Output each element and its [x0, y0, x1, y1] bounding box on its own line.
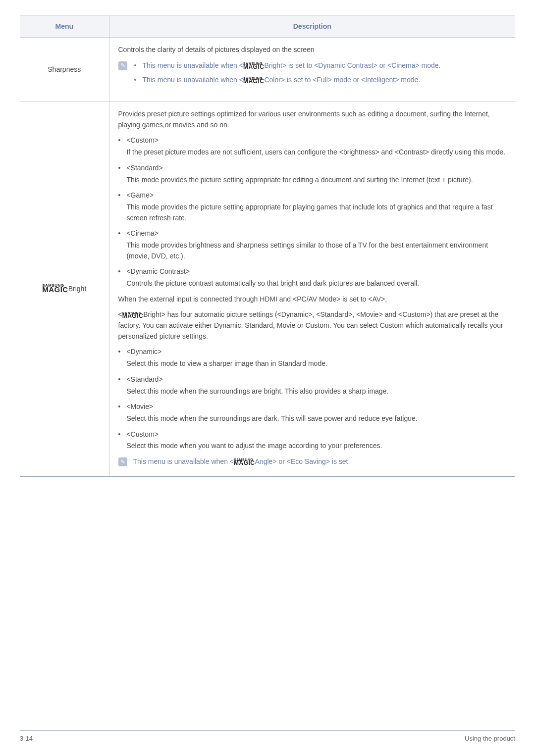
description-cell-magic-bright: Provides preset picture settings optimiz…: [109, 102, 515, 477]
note-icon: ✎: [118, 61, 127, 70]
mode-body: This mode provides the picture setting a…: [126, 175, 506, 186]
bullet-icon: •: [118, 266, 121, 289]
bullet-icon: •: [118, 402, 121, 424]
header-menu: Menu: [20, 15, 109, 38]
bullet-icon: •: [118, 228, 121, 261]
list-item: •<Standard> This mode provides the pictu…: [118, 163, 507, 185]
samsung-magic-logo: SAMSUNGMAGIC: [122, 312, 144, 319]
note-block: ✎ • This menu is unavailable when <SAMSU…: [118, 60, 507, 90]
note-inline: ✎ This menu is unavailable when <SAMSUNG…: [118, 456, 507, 467]
mode-body: Select this mode to view a sharper image…: [126, 358, 506, 369]
mode-body: If the preset picture modes are not suff…: [126, 147, 506, 158]
samsung-magic-logo: SAMSUNGMAGIC: [42, 284, 68, 293]
mode-title: <Dynamic>: [126, 347, 506, 357]
table-row: Sharpness Controls the clarity of detail…: [20, 38, 515, 102]
footer-section-title: Using the product: [465, 735, 515, 742]
samsung-magic-logo: SAMSUNGMAGIC: [243, 77, 265, 84]
note-item: • This menu is unavailable when <SAMSUNG…: [134, 75, 441, 86]
mode-list-2: •<Dynamic>Select this mode to view a sha…: [118, 347, 507, 452]
note-list: • This menu is unavailable when <SAMSUNG…: [134, 60, 441, 90]
list-item: •<Dynamic Contrast>Controls the picture …: [118, 266, 507, 289]
menu-label-magic-bright: SAMSUNGMAGICBright: [20, 102, 109, 477]
bullet-icon: •: [118, 135, 121, 157]
magic-bright-intro: Provides preset picture settings optimiz…: [118, 109, 507, 130]
mode-body: This mode provides brightness and sharpn…: [126, 240, 506, 261]
list-item: •<Custom>If the preset picture modes are…: [118, 135, 507, 157]
list-item: •<Custom>Select this mode when you want …: [118, 429, 507, 452]
mode-body: Select this mode when you want to adjust…: [126, 441, 506, 452]
table-row: SAMSUNGMAGICBright Provides preset pictu…: [20, 102, 515, 477]
table-header-row: Menu Description: [20, 15, 515, 38]
mode-body: This mode provides the picture setting a…: [126, 202, 506, 223]
mode-list-1: •<Custom>If the preset picture modes are…: [118, 135, 507, 289]
bullet-icon: •: [118, 374, 121, 397]
note-text: This menu is unavailable when <SAMSUNGMA…: [133, 456, 350, 467]
bright-suffix: Bright: [68, 285, 87, 293]
header-description: Description: [109, 15, 515, 38]
mode-body: Select this mode when the surroundings a…: [126, 413, 506, 424]
bullet-icon: •: [134, 75, 137, 86]
mode-body: Controls the picture contrast automatica…: [126, 278, 506, 289]
mode-title: <Dynamic Contrast>: [126, 266, 506, 277]
bullet-icon: •: [118, 429, 121, 452]
description-cell-sharpness: Controls the clarity of details of pictu…: [109, 38, 515, 102]
samsung-magic-logo: SAMSUNGMAGIC: [243, 62, 265, 69]
note-text: This menu is unavailable when <SAMSUNGMA…: [142, 75, 420, 86]
list-item: •<Cinema>This mode provides brightness a…: [118, 228, 507, 261]
settings-table: Menu Description Sharpness Controls the …: [20, 15, 515, 477]
mode-title: <Cinema>: [126, 228, 506, 239]
mode-body: Select this mode when the surroundings a…: [126, 386, 506, 397]
mode-title: <Custom>: [126, 429, 506, 440]
note-text: This menu is unavailable when <SAMSUNGMA…: [142, 60, 440, 71]
note-icon: ✎: [118, 457, 127, 466]
sharpness-intro: Controls the clarity of details of pictu…: [118, 45, 507, 55]
bullet-icon: •: [134, 60, 137, 71]
list-item: •<Movie>Select this mode when the surrou…: [118, 402, 507, 424]
list-item: •<Dynamic>Select this mode to view a sha…: [118, 347, 507, 369]
page-number: 3-14: [20, 735, 33, 742]
menu-label-sharpness: Sharpness: [20, 38, 109, 102]
mode-title: <Standard>: [126, 374, 506, 385]
page-footer: 3-14 Using the product: [20, 730, 515, 742]
note-item: • This menu is unavailable when <SAMSUNG…: [134, 60, 441, 71]
list-item: •<Game>This mode provides the picture se…: [118, 190, 507, 223]
mode-title: <Movie>: [126, 402, 506, 412]
mode-title: <Game>: [126, 190, 506, 201]
bullet-icon: •: [118, 190, 121, 223]
bullet-icon: •: [118, 163, 121, 185]
list-item: •<Standard>Select this mode when the sur…: [118, 374, 507, 397]
mode-title: <Standard>: [126, 163, 506, 174]
bullet-icon: •: [118, 347, 121, 369]
mid-para-2: <SAMSUNGMAGICBright> has four automatic …: [118, 309, 507, 342]
mid-para-1: When the external input is connected thr…: [118, 294, 507, 305]
mode-title: <Custom>: [126, 135, 506, 146]
samsung-magic-logo: SAMSUNGMAGIC: [234, 458, 255, 465]
